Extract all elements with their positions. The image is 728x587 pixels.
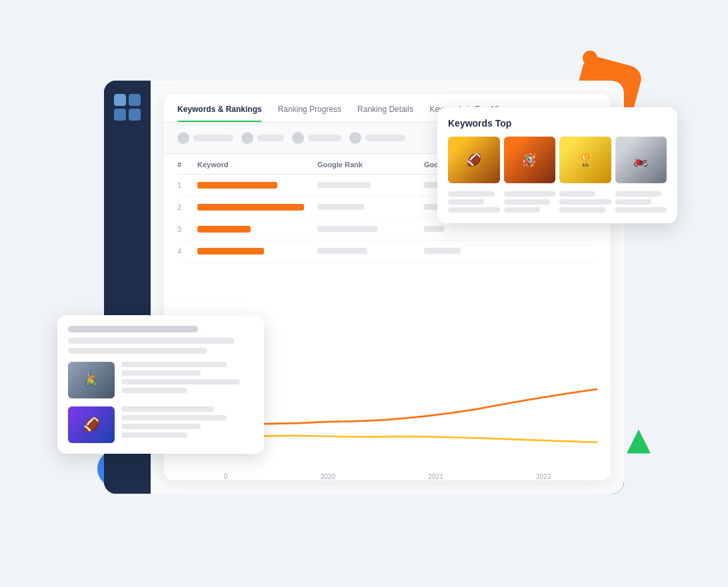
row-4-serp (424, 248, 461, 254)
sub-col-4 (615, 191, 667, 213)
filter-2-label (257, 135, 284, 141)
col-header-num: # (177, 161, 197, 169)
filter-4-icon (349, 132, 361, 144)
row-3-rank (317, 226, 377, 232)
tab-ranking-progress[interactable]: Ranking Progress (278, 105, 341, 122)
sport-img-celebration: 🏆 (559, 137, 611, 183)
float-card-left: 🚴 🏈 (57, 315, 264, 454)
chart-label-2022: 2022 (536, 473, 551, 480)
sub-line-3-3 (559, 207, 606, 213)
chart-labels: 0 2020 2021 2022 (177, 473, 597, 480)
row-3-keyword-bar (197, 226, 251, 233)
filter-2[interactable] (241, 132, 284, 144)
float-card-right: Keywords Top 🏈 🪅 🏆 🏍️ (437, 107, 677, 223)
row-2-num: 2 (177, 203, 197, 211)
football-line4 (121, 432, 187, 438)
logo-block-1 (114, 94, 126, 106)
tab-ranking-details[interactable]: Ranking Details (357, 105, 413, 122)
sub-line-3-1 (559, 191, 595, 197)
float-left-item-cycling: 🚴 (68, 362, 253, 398)
filter-1-icon (177, 132, 189, 144)
football-line1 (121, 406, 214, 412)
row-1-num: 1 (177, 181, 197, 189)
sports-image-grid: 🏈 🪅 🏆 🏍️ (448, 137, 667, 183)
float-left-title (68, 326, 198, 332)
sub-col-2 (504, 191, 556, 213)
football-line3 (121, 424, 201, 429)
row-1-rank (317, 182, 371, 188)
football-line2 (121, 415, 227, 420)
row-1-keyword-bar (197, 182, 277, 189)
sub-line-1-1 (448, 191, 495, 197)
chart-label-2021: 2021 (428, 473, 443, 480)
sub-col-3 (559, 191, 611, 213)
sub-line-2-2 (504, 199, 551, 205)
col-header-rank: Google Rank (317, 161, 424, 169)
cycling-line1 (121, 362, 227, 367)
cycling-line4 (121, 388, 187, 393)
football-emoji: 🏈 (83, 416, 100, 432)
chart-label-0: 0 (224, 473, 228, 480)
football-text (121, 406, 253, 441)
filter-3-icon (292, 132, 304, 144)
sub-line-2-1 (504, 191, 556, 197)
row-2-rank (317, 204, 364, 210)
filter-3-label (308, 135, 341, 141)
sub-line-4-2 (615, 199, 651, 205)
float-left-sub1 (68, 338, 235, 344)
logo-block-2 (129, 94, 141, 106)
cycling-line3 (121, 379, 240, 384)
row-3-serp (424, 226, 444, 232)
sub-col-1 (448, 191, 500, 213)
float-left-sub2 (68, 348, 207, 354)
sub-line-4-3 (615, 207, 667, 213)
cycling-line2 (121, 370, 201, 376)
tab-keywords-rankings[interactable]: Keywords & Rankings (177, 105, 262, 122)
filter-4-label (365, 135, 405, 141)
sub-line-1-2 (448, 199, 484, 205)
cycling-text (121, 362, 253, 396)
sub-line-3-2 (559, 199, 611, 205)
sport-img-motocross: 🏍️ (615, 137, 667, 183)
row-4-num: 4 (177, 247, 197, 255)
filter-4[interactable] (349, 132, 405, 144)
decoration-green-triangle (627, 430, 651, 454)
sub-line-2-3 (504, 207, 540, 213)
logo-block-4 (129, 109, 141, 121)
logo-block-3 (114, 109, 126, 121)
sport-img-dance: 🪅 (504, 137, 556, 183)
filter-1-label (193, 135, 233, 141)
filter-1[interactable] (177, 132, 233, 144)
sport-img-football: 🏈 (448, 137, 500, 183)
filter-2-icon (241, 132, 253, 144)
sport-celebration-emoji: 🏆 (578, 153, 593, 167)
cycling-emoji: 🚴 (83, 372, 100, 388)
col-header-keyword: Keyword (197, 161, 317, 169)
keywords-top-label: Keywords Top (448, 118, 667, 129)
row-4-rank (317, 248, 367, 254)
row-2-keyword-bar (197, 204, 304, 211)
sub-line-1-3 (448, 207, 500, 213)
right-card-text-grid (448, 191, 667, 213)
float-left-item-football: 🏈 (68, 406, 253, 443)
row-3-num: 3 (177, 225, 197, 233)
sport-dance-emoji: 🪅 (522, 153, 537, 167)
table-row[interactable]: 4 (177, 241, 597, 263)
sport-motocross-emoji: 🏍️ (633, 153, 648, 167)
app-logo (114, 94, 141, 121)
row-4-keyword-bar (197, 248, 264, 255)
cycling-image: 🚴 (68, 362, 115, 398)
chart-label-2020: 2020 (321, 473, 335, 480)
football-image: 🏈 (68, 406, 115, 443)
sub-line-4-1 (615, 191, 662, 197)
filter-3[interactable] (292, 132, 341, 144)
sport-football-emoji: 🏈 (467, 153, 481, 167)
